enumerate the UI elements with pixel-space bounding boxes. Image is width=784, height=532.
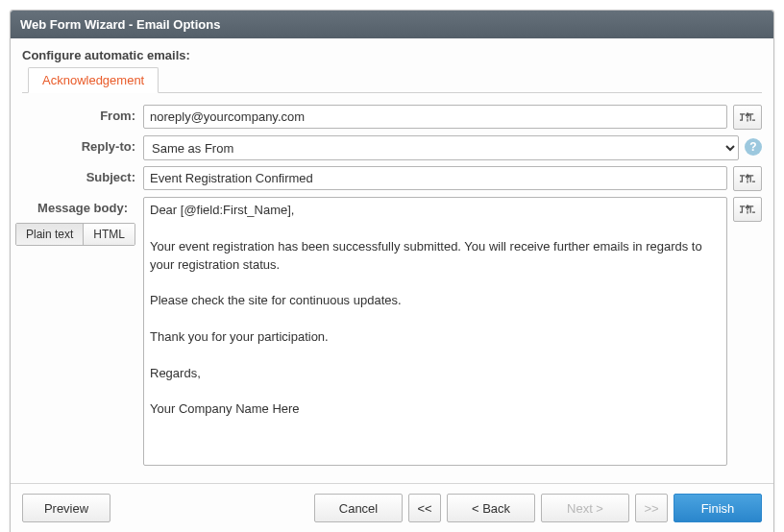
back-button[interactable]: < Back [447,494,535,522]
reply-to-help[interactable]: ? [745,138,762,156]
next-button: Next > [541,494,629,522]
reply-to-select[interactable]: Same as From [143,135,739,160]
row-body: Message body: Plain text HTML [22,197,762,466]
subject-label: Subject: [22,166,143,184]
body-textarea[interactable] [143,197,727,466]
insert-field-icon [740,203,755,216]
dialog-body: Configure automatic emails: Acknowledgem… [11,38,773,466]
tab-acknowledgement[interactable]: Acknowledgement [28,67,159,93]
dialog-title: Web Form Wizard - Email Options [11,11,773,38]
row-reply-to: Reply-to: Same as From ? [22,135,762,160]
body-format-toggle: Plain text HTML [15,223,135,246]
from-insert-field-button[interactable] [733,105,762,130]
last-page-button: >> [635,494,668,522]
first-page-button[interactable]: << [408,494,441,522]
from-input[interactable] [143,105,727,129]
finish-button[interactable]: Finish [674,494,762,522]
reply-to-label: Reply-to: [22,135,143,154]
body-label: Message body: [22,197,135,223]
section-title: Configure automatic emails: [22,48,762,62]
format-html-button[interactable]: HTML [83,224,135,245]
body-insert-field-button[interactable] [733,197,762,222]
email-tabs: Acknowledgement [22,66,762,93]
preview-button[interactable]: Preview [22,494,110,522]
insert-field-icon [740,172,755,185]
wizard-footer: Preview Cancel << < Back Next > >> Finis… [11,483,773,532]
subject-input[interactable] [143,166,727,190]
row-from: From: [22,105,762,130]
row-subject: Subject: [22,166,762,191]
format-plain-text-button[interactable]: Plain text [16,224,83,245]
wizard-dialog: Web Form Wizard - Email Options Configur… [10,10,774,532]
from-label: From: [22,105,143,123]
insert-field-icon [740,110,755,124]
cancel-button[interactable]: Cancel [314,494,403,522]
help-icon: ? [749,140,756,154]
subject-insert-field-button[interactable] [733,166,762,191]
